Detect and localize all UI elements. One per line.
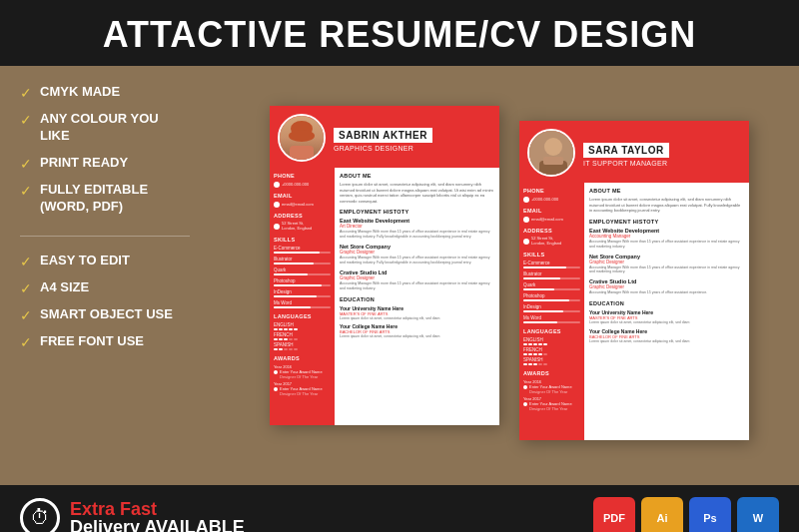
skill-name: E-Commerce xyxy=(274,246,331,251)
award-text: Enter Your Award NameDesigner Of The Yea… xyxy=(280,369,323,379)
skill-item: Quark xyxy=(523,282,580,290)
sara-svg xyxy=(529,131,575,177)
svg-rect-3 xyxy=(290,146,314,160)
emp-title-back: EMPLOYMENT HISTOTY xyxy=(589,219,744,225)
job-role: Graphic Designer xyxy=(589,284,744,289)
resume-photo xyxy=(278,114,326,162)
footer: ⏱ Extra Fast Delivery AVAILABLE PDF Ai P… xyxy=(0,485,799,532)
edu-desc: Lorem ipsum dolor sit amet, consectetur … xyxy=(340,316,494,321)
delivery-line1: Extra Fast xyxy=(70,500,245,518)
pdf-label: PDF xyxy=(603,512,625,524)
skill-item: Photoshop xyxy=(523,293,580,301)
job-desc: Accounting Manager With more than 15 yea… xyxy=(340,256,494,266)
header: ATTACTIVE RESUME/CV DESIGN xyxy=(0,0,799,66)
contact-address: 52 Street St,London, England xyxy=(274,222,331,232)
employment-title: EMPLOYMENT HISTOTY xyxy=(340,209,494,215)
job-desc: Accounting Manager With more than 15 yea… xyxy=(340,230,494,240)
back-right-col: ABOUT ME Lorem ipsum dolor sit amet, con… xyxy=(584,183,749,440)
contact-value: 52 Street St,London, England xyxy=(282,222,312,232)
feature-label: A4 SIZE xyxy=(40,279,89,296)
email-section: EMAIL xyxy=(274,193,331,199)
resume-photo-back xyxy=(527,129,575,177)
feature-label: FREE FONT USE xyxy=(40,333,144,350)
contact-value: email@email.com xyxy=(282,203,314,208)
skill-item: Photoshop xyxy=(274,278,331,286)
skill-item: InDesign xyxy=(274,289,331,297)
job-role: Graphic Designer xyxy=(340,275,494,280)
award-text: Enter Your Award NameDesigner Of The Yea… xyxy=(280,386,323,396)
job-item: East Website Development Art Director Ac… xyxy=(340,218,494,240)
feature-label: EASY TO EDIT xyxy=(40,253,130,269)
resume-left-col: PHONE +0000-000-000 EMAIL email@email.co… xyxy=(270,168,335,425)
about-title: ABOUT ME xyxy=(340,173,494,179)
skill-item: InDesign xyxy=(523,304,580,312)
extra-fast: Extra Fast xyxy=(70,499,157,519)
word-icon: W xyxy=(737,497,779,533)
back-phone-val: +0000-000-000 xyxy=(531,198,558,203)
svg-point-2 xyxy=(289,130,315,142)
back-lang-title: LANGUAGES xyxy=(523,328,580,334)
edu-item: Your University Name Here MASTER'S OF FI… xyxy=(589,309,744,325)
languages-section: LANGUAGES xyxy=(274,313,331,319)
resume-name-block-back: SARA TAYLOR IT SUPPORT MANAGER xyxy=(583,140,741,167)
check-icon: ✓ xyxy=(20,112,32,128)
education-title: EDUCATION xyxy=(340,296,494,302)
award-item: Enter Your Award NameDesigner Of The Yea… xyxy=(274,369,331,379)
check-icon: ✓ xyxy=(20,156,32,172)
features-panel: ✓ CMYK Made ✓ ANY COLOUR YOU LIKE ✓ PRIN… xyxy=(0,66,210,485)
back-left-col: PHONE +0000-000-000 EMAIL email@email.co… xyxy=(519,183,584,440)
resume-previews: SABRIN AKTHER GRAPHICS DESIGNER PHONE +0… xyxy=(210,66,799,485)
contact-email: email@email.com xyxy=(274,202,331,208)
feature-label: CMYK Made xyxy=(40,84,120,101)
ai-icon: Ai xyxy=(641,497,683,533)
job-role: Graphic Designer xyxy=(340,250,494,255)
job-role: Art Director xyxy=(340,224,494,229)
lang-item: FRENCH xyxy=(274,332,331,340)
lang-item: SPANISH xyxy=(274,342,331,350)
contact-dot xyxy=(274,224,280,230)
email-label: EMAIL xyxy=(523,208,580,214)
job-item: East Website Development Accounting Mana… xyxy=(589,228,744,250)
back-addr-val: 52 Street St,London, England xyxy=(531,237,561,247)
resume-body-back: PHONE +0000-000-000 EMAIL email@email.co… xyxy=(519,183,749,440)
delivery-line2: Delivery AVAILABLE xyxy=(70,518,245,533)
lang-name: SPANISH xyxy=(274,342,331,347)
edu-item: Your College Name Here BACHELOR OF FINE … xyxy=(340,323,494,339)
feature-font: ✓ FREE FONT USE xyxy=(20,333,190,350)
awards-section-left: AWARDS xyxy=(274,355,331,361)
lang-item: SPANISH xyxy=(523,357,580,365)
job-item: Crative Studio Ltd Graphic Designer Acco… xyxy=(340,269,494,291)
check-icon: ✓ xyxy=(20,85,32,101)
job-item: Crative Studio Ltd Graphic Designer Acco… xyxy=(589,278,744,295)
panel-divider xyxy=(20,236,190,237)
skill-item: Illustrator xyxy=(274,257,331,265)
ai-label: Ai xyxy=(657,512,668,524)
feature-label: PRINT READY xyxy=(40,155,128,172)
back-email-val: email@email.com xyxy=(531,218,563,223)
about-title-back: ABOUT ME xyxy=(589,188,744,194)
about-text: Lorem ipsum dolor sit amet, consectetur … xyxy=(340,182,494,204)
phone-label: PHONE xyxy=(523,188,580,194)
resume-body: PHONE +0000-000-000 EMAIL email@email.co… xyxy=(270,168,499,425)
job-item: Net Store Company Graphic Designer Accou… xyxy=(340,244,494,266)
word-label: W xyxy=(753,512,763,524)
ps-label: Ps xyxy=(703,512,716,524)
feature-editable: ✓ FULLY EDITABLE (Word, PDF) xyxy=(20,182,190,216)
resume-header: SABRIN AKTHER GRAPHICS DESIGNER xyxy=(270,106,499,168)
about-text-back: Lorem ipsum dolor sit amet, consectetur … xyxy=(589,197,744,214)
resume-name: SABRIN AKTHER xyxy=(334,128,432,143)
check-icon: ✓ xyxy=(20,183,32,199)
skill-item: Ms Word xyxy=(274,300,331,308)
svg-rect-7 xyxy=(543,157,563,165)
feature-smart: ✓ SMART OBJECT USE xyxy=(20,306,190,323)
lang-item: ENGLISH xyxy=(523,337,580,345)
check-icon: ✓ xyxy=(20,254,32,269)
job-desc: Accounting Manager With more than 15 yea… xyxy=(340,281,494,291)
feature-print: ✓ PRINT READY xyxy=(20,155,190,172)
skill-item: E-Commerce xyxy=(274,246,331,254)
back-phone: +0000-000-000 xyxy=(523,197,580,203)
main-content: ✓ CMYK Made ✓ ANY COLOUR YOU LIKE ✓ PRIN… xyxy=(0,66,799,485)
contact-phone: +0000-000-000 xyxy=(274,182,331,188)
contact-section: PHONE xyxy=(274,173,331,179)
resume-back: SARA TAYLOR IT SUPPORT MANAGER PHONE +00… xyxy=(519,121,749,440)
